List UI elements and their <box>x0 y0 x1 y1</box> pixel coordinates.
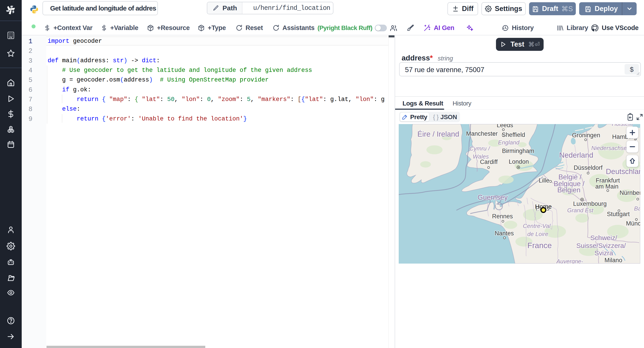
svg-text:Nürnberg: Nürnberg <box>620 190 640 196</box>
svg-text:Cymru /: Cymru / <box>470 145 490 152</box>
svg-text:de Loire: de Loire <box>527 231 548 237</box>
svg-text:München: München <box>626 220 640 227</box>
svg-text:Leeds: Leeds <box>497 124 513 128</box>
svg-text:Grand Est: Grand Est <box>567 207 594 214</box>
svg-text:Suisse/Svizzera/: Suisse/Svizzera/ <box>576 242 626 249</box>
svg-text:England: England <box>498 139 520 146</box>
svg-text:Guernsey: Guernsey <box>478 194 508 201</box>
svg-text:Stuttgart: Stuttgart <box>607 211 630 218</box>
svg-text:Groningen: Groningen <box>572 132 600 139</box>
svg-text:Frankfurt: Frankfurt <box>596 177 620 184</box>
svg-text:Schweiz/: Schweiz/ <box>590 234 618 241</box>
svg-text:France: France <box>528 241 552 250</box>
svg-text:Belgien: Belgien <box>557 186 580 194</box>
svg-text:London: London <box>509 158 529 165</box>
svg-text:Düsseldorf: Düsseldorf <box>574 164 603 171</box>
svg-text:Niedersachsen: Niedersachsen <box>591 145 630 151</box>
svg-text:Bay: Bay <box>634 205 640 212</box>
svg-text:Wales: Wales <box>473 153 489 160</box>
svg-text:Milano: Milano <box>604 257 622 264</box>
svg-text:Centre-Val: Centre-Val <box>523 223 551 229</box>
svg-text:Nederland: Nederland <box>559 151 593 159</box>
svg-text:Lille: Lille <box>539 177 550 184</box>
svg-text:Nantes: Nantes <box>495 230 514 237</box>
svg-text:am Main: am Main <box>595 183 618 190</box>
svg-text:Luxembourg: Luxembourg <box>573 201 607 207</box>
svg-text:Birmingham: Birmingham <box>502 147 534 154</box>
svg-text:Éire / Ireland: Éire / Ireland <box>417 130 459 138</box>
svg-text:Deutschland: Deutschland <box>606 167 640 176</box>
svg-text:Svizra: Svizra <box>594 249 613 257</box>
svg-text:Rennes: Rennes <box>492 213 513 220</box>
svg-text:Sheffield: Sheffield <box>502 131 525 138</box>
svg-text:Auvergne-: Auvergne- <box>556 258 583 264</box>
svg-text:Manchester: Manchester <box>466 130 498 137</box>
